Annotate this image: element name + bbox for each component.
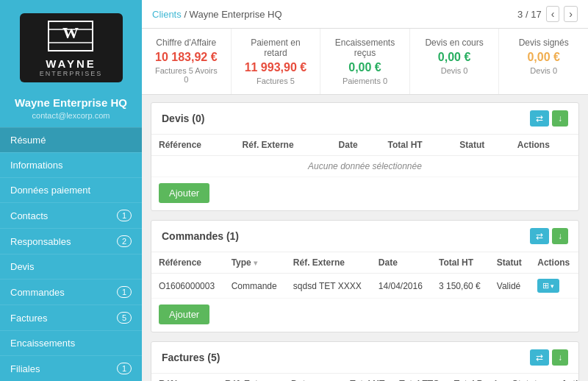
commandes-section-actions: ⇄ ↓ (530, 228, 568, 244)
sidebar-item-factures[interactable]: Factures 5 (0, 305, 142, 330)
devis-table: Référence Réf. Externe Date Total HT Sta… (151, 135, 578, 177)
devis-section-actions: ⇄ ↓ (530, 110, 568, 127)
sidebar-navigation: Résumé Informations Données paiement Con… (0, 127, 142, 381)
stat-devis-en-cours: Devis en cours 0,00 € Devis 0 (410, 29, 500, 94)
sidebar-item-commandes[interactable]: Commandes 1 (0, 279, 142, 305)
sidebar-item-label: Commandes (10, 287, 65, 298)
cell-ref-externe: sqdsd TET XXXX (286, 274, 371, 299)
sidebar-item-label: Résumé (10, 135, 46, 146)
sidebar-item-label: Responsables (10, 236, 71, 247)
sidebar-item-label: Encaissements (10, 338, 75, 349)
company-email: contact@lexcorp.com (32, 111, 110, 120)
pagination: 3 / 17 ‹ › (517, 6, 578, 22)
stat-label: Paiement en retard (242, 38, 310, 58)
breadcrumb-current: Wayne Enterprise HQ (190, 9, 282, 20)
col-statut: Statut ▾ (505, 374, 554, 381)
caret-icon: ▾ (551, 282, 554, 290)
sidebar-item-encaissements[interactable]: Encaissements (0, 330, 142, 355)
cell-total-ht: 3 150,60 € (431, 274, 490, 299)
pagination-prev-button[interactable]: ‹ (546, 6, 560, 22)
devis-empty-row: Aucune donnée sélectionnée (151, 156, 578, 177)
cell-date: 14/04/2016 (371, 274, 431, 299)
sidebar-item-label: Données paiement (10, 185, 90, 196)
factures-table: Référence Réf. Externe Date Total HT Tot… (151, 374, 588, 381)
stat-sub: Paiements 0 (331, 76, 399, 85)
main-content: Clients / Wayne Enterprise HQ 3 / 17 ‹ ›… (142, 0, 588, 381)
devis-share-button[interactable]: ⇄ (530, 110, 549, 127)
sidebar-item-donnees-paiement[interactable]: Données paiement (0, 177, 142, 202)
sort-icon: ▾ (254, 259, 257, 267)
col-statut: Statut (490, 252, 530, 274)
stat-sub: Devis 0 (420, 66, 489, 75)
sidebar: W WAYNE ENTERPRISES Wayne Enterprise HQ … (0, 0, 142, 381)
factures-section-actions: ⇄ ↓ (530, 349, 568, 366)
stat-value: 0,00 € (331, 61, 399, 74)
col-reference: Référence (151, 252, 224, 274)
sidebar-item-filiales[interactable]: Filiales 1 (0, 355, 142, 381)
sidebar-item-informations[interactable]: Informations (0, 152, 142, 177)
col-date: Date (331, 135, 381, 156)
sidebar-item-contacts[interactable]: Contacts 1 (0, 202, 142, 228)
sidebar-item-label: Devis (10, 261, 35, 272)
stat-paiement-retard: Paiement en retard 11 993,90 € Factures … (232, 29, 321, 94)
commandes-download-button[interactable]: ↓ (552, 228, 568, 244)
devis-add-button[interactable]: Ajouter (159, 183, 209, 203)
pagination-next-button[interactable]: › (564, 6, 578, 22)
col-ref-externe: Réf. Externe (286, 252, 371, 274)
sidebar-item-label: Informations (10, 160, 63, 171)
col-actions: Actions (530, 252, 578, 274)
commandes-section: Commandes (1) ⇄ ↓ Référence Type ▾ Réf. … (151, 220, 579, 332)
commandes-add-button[interactable]: Ajouter (159, 305, 209, 324)
stat-value: 10 183,92 € (152, 51, 220, 64)
breadcrumb: Clients / Wayne Enterprise HQ (152, 9, 282, 20)
stat-devis-signes: Devis signés 0,00 € Devis 0 (499, 29, 588, 94)
col-total-ttc: Total TTC (392, 374, 446, 381)
stats-row: Chiffre d'Affaire 10 183,92 € Factures 5… (142, 29, 588, 95)
cell-actions: ⊞ ▾ (530, 274, 578, 299)
col-total-ht: Total HT (381, 135, 453, 156)
cell-type: Commande (224, 274, 286, 299)
factures-badge: 5 (117, 312, 132, 324)
sidebar-item-label: Factures (10, 313, 48, 324)
wayne-logo-svg: W (45, 18, 96, 54)
col-total-paye: Total Payé (447, 374, 505, 381)
stat-sub: Factures 5 (242, 76, 310, 85)
col-reference: Référence (151, 135, 235, 156)
stat-label: Encaissements reçus (331, 38, 399, 58)
logo-text: WAYNE (40, 57, 103, 70)
col-ref-externe: Réf. Externe (218, 374, 284, 381)
col-date: Date (371, 252, 431, 274)
devis-section: Devis (0) ⇄ ↓ Référence Réf. Externe Dat… (151, 102, 579, 211)
logo-sub: ENTERPRISES (40, 70, 103, 77)
devis-download-button[interactable]: ↓ (552, 110, 568, 127)
pagination-info: 3 / 17 (517, 9, 542, 20)
top-bar: Clients / Wayne Enterprise HQ 3 / 17 ‹ › (142, 0, 588, 29)
stat-encaissements: Encaissements reçus 0,00 € Paiements 0 (320, 29, 410, 94)
sidebar-item-resume[interactable]: Résumé (0, 127, 142, 152)
col-actions: Actions (554, 374, 588, 381)
commandes-share-button[interactable]: ⇄ (530, 228, 549, 244)
breadcrumb-parent[interactable]: Clients (152, 9, 182, 20)
commandes-section-title: Commandes (1) (162, 230, 239, 242)
sidebar-item-responsables[interactable]: Responsables 2 (0, 228, 142, 254)
devis-section-header: Devis (0) ⇄ ↓ (151, 103, 578, 135)
stat-sub: Devis 0 (509, 66, 578, 75)
company-logo: W WAYNE ENTERPRISES (20, 13, 123, 82)
stat-label: Devis signés (509, 38, 578, 48)
col-total-ht: Total HT (431, 252, 490, 274)
col-date: Date (284, 374, 343, 381)
commandes-badge: 1 (117, 286, 132, 298)
commande-action-button[interactable]: ⊞ ▾ (537, 279, 559, 293)
col-total-ht: Total HT (343, 374, 392, 381)
col-ref-externe: Réf. Externe (235, 135, 331, 156)
stat-chiffre-affaire: Chiffre d'Affaire 10 183,92 € Factures 5… (142, 29, 232, 94)
content-area: Devis (0) ⇄ ↓ Référence Réf. Externe Dat… (142, 95, 588, 381)
sidebar-item-devis[interactable]: Devis (0, 254, 142, 279)
stat-label: Chiffre d'Affaire (152, 38, 220, 48)
factures-download-button[interactable]: ↓ (552, 349, 568, 366)
stat-sub: Factures 5 Avoirs 0 (152, 66, 220, 84)
commandes-section-header: Commandes (1) ⇄ ↓ (151, 221, 578, 252)
col-statut: Statut (452, 135, 510, 156)
svg-text:W: W (62, 24, 79, 42)
factures-share-button[interactable]: ⇄ (530, 349, 549, 366)
